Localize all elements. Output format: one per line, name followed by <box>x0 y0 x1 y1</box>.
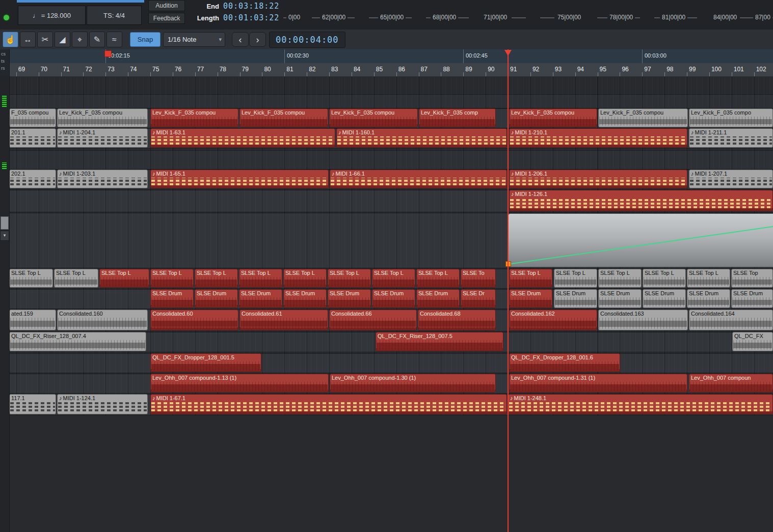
fade-tool-button[interactable]: ◢ <box>55 32 70 47</box>
region[interactable]: SLSE Drum <box>598 289 642 308</box>
region[interactable]: ♪MIDI 1-203.1 <box>57 170 148 188</box>
mini-timeline[interactable]: 0|0062|00|0065|00|0068|00|0071|00|0075|0… <box>283 12 773 23</box>
secondary-clock[interactable]: 00:00:04:00 <box>269 32 345 48</box>
region[interactable]: SLSE Top L <box>239 269 282 288</box>
draw-tool-button[interactable]: ✎ <box>89 32 105 47</box>
region[interactable]: SLSE Top L <box>150 269 194 288</box>
region[interactable]: QL_DC_FX <box>732 332 773 351</box>
region[interactable]: SLSE Top <box>731 269 773 288</box>
region[interactable]: SLSE Drum <box>239 289 282 308</box>
region[interactable]: SLSE Top L <box>509 269 552 288</box>
region[interactable]: SLSE Top L <box>9 269 53 288</box>
region[interactable]: SLSE Drum <box>416 289 460 308</box>
region[interactable]: Lev_Kick_F_035 compou <box>598 108 688 127</box>
region[interactable]: SLSE Drum <box>195 289 238 308</box>
track-lane-mini-a[interactable] <box>9 94 773 108</box>
stretch-tool-button[interactable]: ≈ <box>106 32 122 47</box>
region[interactable]: SLSE Top L <box>54 269 98 288</box>
automation-region[interactable] <box>508 213 773 267</box>
region[interactable]: QL_DC_FX_Riser_128_007.5 <box>376 332 503 351</box>
region[interactable]: 201.1 <box>9 128 56 148</box>
region[interactable]: Consolidated.61 <box>239 310 328 330</box>
region[interactable]: SLSE Top L <box>372 269 415 288</box>
time-signature-display[interactable]: TS: 4/4 <box>87 6 142 25</box>
region[interactable]: Lev_Kick_F_035 compo <box>689 108 773 127</box>
region[interactable]: SLSE Drum <box>509 289 552 308</box>
region[interactable]: Lev_Kick_F_035 compou <box>509 108 597 127</box>
region[interactable]: SLSE Drum <box>372 289 415 308</box>
audition-button[interactable]: Audition <box>148 0 185 11</box>
region[interactable]: Consolidated.66 <box>329 310 417 330</box>
region[interactable]: Lev_Ohh_007 compoun <box>689 374 773 393</box>
region[interactable]: ♪MIDI 1-211.1 <box>689 128 773 148</box>
track-lane-mini-b[interactable] <box>9 150 773 170</box>
region[interactable]: SLSE Drum <box>328 289 371 308</box>
region[interactable]: Consolidated.160 <box>57 310 148 330</box>
nudge-back-button[interactable]: ‹ <box>232 32 249 47</box>
arrange-area[interactable]: ▾ F_035 compouLev_Kick_F_035 compouLev_K… <box>0 76 773 532</box>
region[interactable]: ♪MIDI 1-124.1 <box>57 394 148 414</box>
region[interactable]: SLSE Top L <box>554 269 597 288</box>
region[interactable]: SLSE Top L <box>195 269 238 288</box>
region[interactable]: Consolidated.60 <box>150 310 238 330</box>
region[interactable]: ♪MIDI 1-126.1 <box>509 190 773 211</box>
region[interactable]: SLSE Top L <box>283 269 327 288</box>
move-tool-button[interactable]: ⌖ <box>72 32 88 47</box>
region[interactable]: SLSE Drum <box>554 289 597 308</box>
region[interactable]: 202.1 <box>9 170 56 188</box>
region[interactable]: Lev_Kick_F_035 comp <box>419 108 496 127</box>
region[interactable]: Lev_Ohh_007 compound-1.13 (1) <box>150 374 329 393</box>
region[interactable]: Lev_Ohh_007 compound-1.30 (1) <box>330 374 496 393</box>
snap-toggle[interactable]: Snap <box>130 32 161 47</box>
bars-ruler[interactable]: 6970717273747576777879808182838485868788… <box>0 63 773 77</box>
region[interactable]: Lev_Ohh_007 compound-1.31 (1) <box>509 374 687 393</box>
region[interactable]: ♪MIDI 1-206.1 <box>509 170 687 188</box>
region[interactable]: Consolidated.68 <box>418 310 496 330</box>
region[interactable]: Consolidated.164 <box>689 310 773 330</box>
region[interactable]: Lev_Kick_F_035 compou <box>150 108 238 127</box>
region[interactable]: ♪MIDI 1-65.1 <box>150 170 329 188</box>
playhead[interactable] <box>508 49 509 532</box>
timecode-ruler[interactable]: 00:02:1500:02:3000:02:4500:03:00 <box>0 49 773 64</box>
region[interactable]: 117.1 <box>9 394 56 414</box>
region[interactable]: ♪MIDI 1-63.1 <box>150 128 335 148</box>
region[interactable]: SLSE Drum <box>731 289 773 308</box>
region[interactable]: SLSE Drum <box>643 289 686 308</box>
region[interactable]: SLSE Dr <box>461 289 496 308</box>
region[interactable]: Lev_Kick_F_035 compou <box>239 108 328 127</box>
region[interactable]: SLSE To <box>461 269 496 288</box>
grab-tool-button[interactable]: ☝ <box>3 32 18 47</box>
record-enable-led[interactable] <box>3 14 10 21</box>
region[interactable]: ♪MIDI 1-248.1 <box>508 394 773 414</box>
tempo-display[interactable]: ♩ = 128.000 <box>18 6 86 25</box>
region[interactable]: Lev_Kick_F_035 compou <box>329 108 418 127</box>
feedback-button[interactable]: Feedback <box>148 13 185 24</box>
region[interactable]: SLSE Drum <box>687 289 730 308</box>
cut-tool-button[interactable]: ✂ <box>37 32 53 47</box>
region[interactable]: ♪MIDI 1-207.1 <box>689 170 773 188</box>
region[interactable]: SLSE Top L <box>416 269 460 288</box>
region[interactable]: SLSE Top L <box>598 269 642 288</box>
region[interactable]: ated.159 <box>9 310 56 330</box>
region[interactable]: ♪MIDI 1-160.1 <box>336 128 507 148</box>
region[interactable]: ♪MIDI 1-67.1 <box>150 394 507 414</box>
range-tool-button[interactable]: ↔ <box>20 32 36 47</box>
region[interactable]: Lev_Kick_F_035 compou <box>57 108 148 127</box>
nudge-forward-button[interactable]: › <box>249 32 266 47</box>
region[interactable]: ♪MIDI 1-210.1 <box>509 128 687 148</box>
region[interactable]: Consolidated.162 <box>509 310 597 330</box>
region[interactable]: ♪MIDI 1-66.1 <box>330 170 507 188</box>
length-clock[interactable]: 00:01:03:22 <box>223 13 279 22</box>
region[interactable]: SLSE Top L <box>643 269 686 288</box>
region[interactable]: ♪MIDI 1-204.1 <box>57 128 148 148</box>
region[interactable]: SLSE Top L <box>99 269 149 288</box>
region[interactable]: Consolidated.163 <box>598 310 688 330</box>
region[interactable]: QL_DC_FX_Dropper_128_001.5 <box>150 353 261 372</box>
marker-flag[interactable] <box>104 50 112 57</box>
track-lane-dropper[interactable] <box>9 353 773 373</box>
region[interactable]: SLSE Drum <box>283 289 327 308</box>
region[interactable]: QL_DC_FX_Riser_128_007.4 <box>9 332 146 351</box>
region[interactable]: SLSE Top L <box>687 269 730 288</box>
lane-selector-dropdown[interactable]: ▾ <box>0 231 9 241</box>
region[interactable]: QL_DC_FX_Dropper_128_001.6 <box>509 353 620 372</box>
